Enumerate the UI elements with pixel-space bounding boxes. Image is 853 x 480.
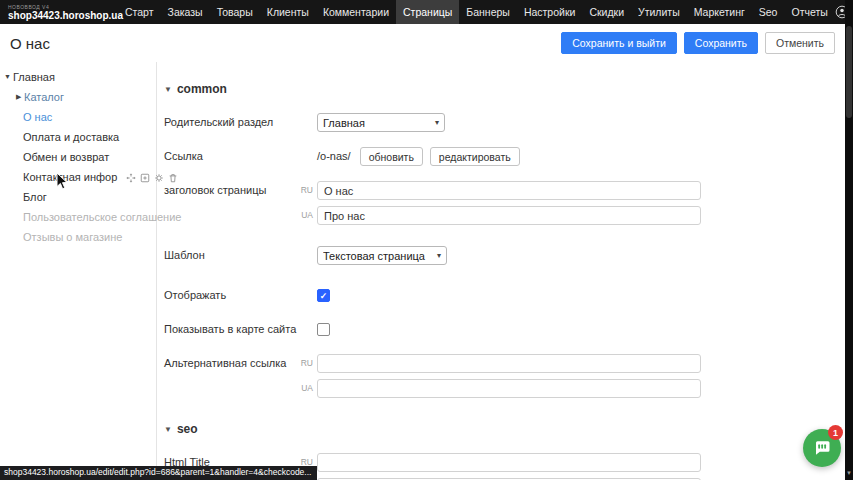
tree-item-label: Блог [23, 191, 47, 203]
chevron-right-icon[interactable]: ▶ [16, 87, 21, 107]
tree-item-label: Каталог [24, 91, 64, 103]
nav-item-seo[interactable]: Seo [752, 0, 785, 24]
nav-item-products[interactable]: Товары [210, 0, 260, 24]
page-scrollbar[interactable]: ▼ [845, 0, 853, 480]
tree-item-label: Контактная инфор [23, 171, 117, 183]
display-label: Отображать [164, 286, 297, 305]
html-title-ru-input[interactable] [317, 453, 701, 472]
alt-link-label: Альтернативная ссылка [164, 354, 297, 373]
section-seo[interactable]: ▼ seo [164, 422, 845, 436]
move-icon[interactable] [126, 173, 136, 183]
link-edit-button[interactable]: редактировать [430, 147, 520, 166]
tree-item-about[interactable]: О нас [0, 107, 156, 127]
page-header: О нас Сохранить и выйти Сохранить Отмени… [0, 24, 853, 62]
template-row: Шаблон Текстовая страница ▾ [164, 246, 845, 265]
lang-ru-label: RU [297, 354, 313, 373]
nav-item-discounts[interactable]: Скидки [582, 0, 631, 24]
chevron-down-icon[interactable]: ▼ [4, 67, 11, 87]
shop-logo[interactable]: НОВОВВОД V4 shop34423.horoshop.ua [0, 4, 118, 21]
page: НОВОВВОД V4 shop34423.horoshop.ua Старт … [0, 0, 853, 480]
page-title-ua-input[interactable] [317, 206, 701, 225]
tree-item-label: О нас [23, 111, 52, 123]
link-row: Ссылка /o-nas/ обновить редактировать [164, 147, 845, 166]
tree-item-user-agreement[interactable]: Пользовательское соглашение [0, 207, 156, 227]
link-refresh-button[interactable]: обновить [360, 147, 423, 166]
template-select[interactable]: Текстовая страница ▾ [317, 246, 447, 265]
sitemap-checkbox[interactable] [317, 323, 330, 336]
nav-item-banners[interactable]: Баннеры [459, 0, 517, 24]
link-value: /o-nas/ [317, 147, 351, 166]
tree-item-label: Главная [13, 71, 55, 83]
page-title-row: заголовок страницы RU UA [164, 181, 845, 225]
lang-ua-label: UA [297, 379, 313, 398]
chevron-down-icon: ▼ [164, 85, 172, 94]
lang-ua-label: UA [297, 206, 313, 225]
tree-item-payment-delivery[interactable]: Оплата и доставка [0, 127, 156, 147]
nav-item-utilities[interactable]: Утилиты [631, 0, 687, 24]
nav-item-marketing[interactable]: Маркетинг [687, 0, 752, 24]
link-label: Ссылка [164, 147, 297, 166]
chevron-down-icon: ▾ [437, 251, 441, 260]
nav-item-pages[interactable]: Страницы [396, 0, 459, 24]
page-edit-form: ▼ common Родительский раздел Главная ▾ С… [158, 62, 845, 480]
top-navbar: НОВОВВОД V4 shop34423.horoshop.ua Старт … [0, 0, 853, 24]
nav-item-clients[interactable]: Клиенты [260, 0, 316, 24]
parent-section-row: Родительский раздел Главная ▾ [164, 113, 845, 132]
scrollbar-thumb[interactable] [846, 26, 852, 118]
tree-item-label: Отзывы о магазине [23, 231, 122, 243]
template-value: Текстовая страница [323, 250, 433, 262]
parent-section-value: Главная [323, 117, 431, 129]
scrollbar-down-arrow-icon[interactable]: ▼ [845, 470, 853, 476]
chat-unread-badge: 1 [828, 425, 843, 440]
tree-item-exchange-return[interactable]: Обмен и возврат [0, 147, 156, 167]
page-title-label: заголовок страницы [164, 181, 297, 200]
alt-link-ua-input[interactable] [317, 379, 701, 398]
display-checkbox[interactable] [317, 289, 330, 302]
tree-item-catalog[interactable]: ▶ Каталог [0, 87, 156, 107]
sitemap-row: Показывать в карте сайта [164, 320, 845, 339]
main-menu: Старт Заказы Товары Клиенты Комментарии … [118, 0, 835, 24]
header-actions: Сохранить и выйти Сохранить Отменить [561, 32, 835, 54]
page-title-ru-input[interactable] [317, 181, 701, 200]
page-title: О нас [10, 35, 50, 52]
pages-tree-sidebar: ▼ Главная ▶ Каталог О нас Оплата и доста… [0, 62, 157, 480]
logo-domain: shop34423.horoshop.ua [8, 10, 108, 21]
save-button[interactable]: Сохранить [684, 32, 758, 54]
tree-item-home[interactable]: ▼ Главная [0, 67, 156, 87]
alt-link-ru-input[interactable] [317, 354, 701, 373]
add-page-icon[interactable] [140, 173, 150, 183]
section-seo-label: seo [177, 422, 198, 436]
chevron-down-icon: ▾ [435, 118, 439, 127]
nav-item-comments[interactable]: Комментарии [316, 0, 396, 24]
save-and-exit-button[interactable]: Сохранить и выйти [561, 32, 677, 54]
template-label: Шаблон [164, 246, 297, 265]
chevron-down-icon: ▼ [164, 425, 172, 434]
section-common-label: common [177, 82, 227, 96]
chat-bubble-icon [813, 439, 831, 457]
nav-item-reports[interactable]: Отчеты [784, 0, 834, 24]
nav-item-start[interactable]: Старт [118, 0, 161, 24]
sitemap-label: Показывать в карте сайта [164, 320, 297, 339]
lang-ru-label: RU [297, 181, 313, 200]
parent-section-label: Родительский раздел [164, 113, 297, 132]
browser-status-url: shop34423.horoshop.ua/edit/edit.php?id=6… [0, 466, 317, 480]
chat-launcher-button[interactable]: 1 [803, 429, 841, 467]
tree-item-store-reviews[interactable]: Отзывы о магазине [0, 227, 156, 247]
display-row: Отображать [164, 286, 845, 305]
nav-item-orders[interactable]: Заказы [161, 0, 210, 24]
tree-item-label: Оплата и доставка [23, 131, 119, 143]
parent-section-select[interactable]: Главная ▾ [317, 113, 445, 132]
alt-link-row: Альтернативная ссылка RU UA [164, 354, 845, 398]
tree-item-label: Обмен и возврат [23, 151, 109, 163]
section-common[interactable]: ▼ common [164, 82, 845, 96]
tree-item-blog[interactable]: Блог [0, 187, 156, 207]
cancel-button[interactable]: Отменить [765, 32, 835, 54]
nav-item-settings[interactable]: Настройки [517, 0, 583, 24]
tree-item-contact-info[interactable]: Контактная инфор [0, 167, 156, 187]
